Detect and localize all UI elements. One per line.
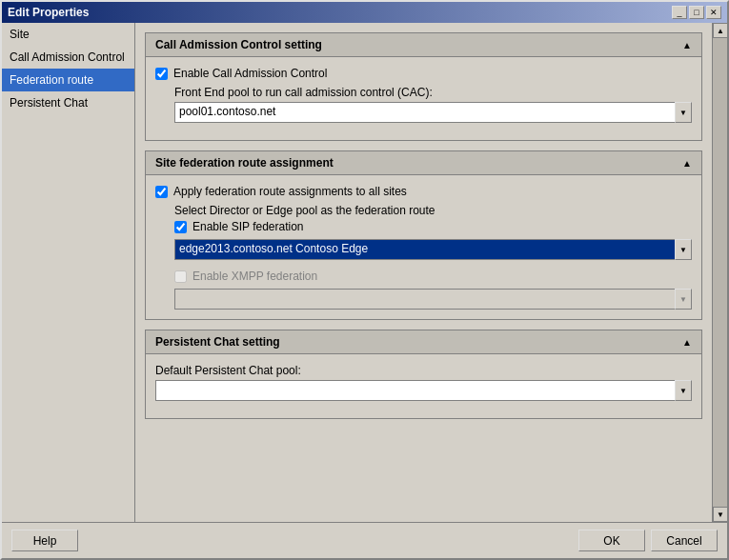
persistent-chat-pool-label: Default Persistent Chat pool: <box>155 364 692 377</box>
federation-header-label: Site federation route assignment <box>155 156 334 170</box>
federation-header: Site federation route assignment ▲ <box>145 150 702 175</box>
title-bar: Edit Properties _ □ ✕ <box>2 2 727 23</box>
scrollbar: ▲ ▼ <box>712 23 727 522</box>
persistent-chat-collapse-icon[interactable]: ▲ <box>682 337 692 348</box>
footer: Help OK Cancel <box>2 522 727 558</box>
persistent-chat-section: Persistent Chat setting ▲ Default Persis… <box>145 330 702 419</box>
content-wrapper: Call Admission Control setting ▲ Enable … <box>135 23 727 522</box>
sip-federation-checkbox[interactable] <box>174 221 187 233</box>
enable-cac-row: Enable Call Admission Control <box>155 67 692 80</box>
persistent-chat-pool-dropdown-container: ▼ <box>155 380 692 401</box>
frontend-pool-row: Front End pool to run call admission con… <box>155 86 692 123</box>
apply-federation-label: Apply federation route assignments to al… <box>173 185 407 198</box>
window-controls: _ □ ✕ <box>672 6 721 19</box>
sidebar-item-site[interactable]: Site <box>2 23 134 46</box>
federation-collapse-icon[interactable]: ▲ <box>682 158 692 169</box>
frontend-pool-label: Front End pool to run call admission con… <box>174 86 692 99</box>
enable-cac-label: Enable Call Admission Control <box>173 67 327 80</box>
sidebar: Site Call Admission Control Federation r… <box>2 23 135 522</box>
sip-federation-dropdown-btn[interactable]: ▼ <box>675 239 692 260</box>
federation-body: Apply federation route assignments to al… <box>145 175 702 320</box>
footer-right: OK Cancel <box>578 530 718 551</box>
ok-button[interactable]: OK <box>578 530 645 551</box>
apply-federation-row: Apply federation route assignments to al… <box>155 185 692 198</box>
main-window: Edit Properties _ □ ✕ Site Call Admissio… <box>0 0 729 560</box>
sidebar-item-persistent-chat[interactable]: Persistent Chat <box>2 91 134 114</box>
persistent-chat-header: Persistent Chat setting ▲ <box>145 330 702 354</box>
sidebar-item-federation-route[interactable]: Federation route <box>2 69 134 91</box>
cac-collapse-icon[interactable]: ▲ <box>682 40 692 50</box>
sidebar-item-call-admission-control[interactable]: Call Admission Control <box>2 46 134 69</box>
cac-section: Call Admission Control setting ▲ Enable … <box>145 32 702 141</box>
cancel-button[interactable]: Cancel <box>651 530 718 551</box>
xmpp-federation-checkbox[interactable] <box>174 270 187 283</box>
scroll-up-button[interactable]: ▲ <box>713 23 727 38</box>
persistent-chat-pool-dropdown-btn[interactable]: ▼ <box>675 380 692 401</box>
persistent-chat-body: Default Persistent Chat pool: ▼ <box>145 354 702 419</box>
persistent-chat-pool-dropdown-value[interactable] <box>155 380 675 401</box>
main-content: Site Call Admission Control Federation r… <box>2 23 727 522</box>
cac-header: Call Admission Control setting ▲ <box>145 32 702 57</box>
help-button[interactable]: Help <box>11 530 78 551</box>
xmpp-federation-dropdown-container: ▼ <box>174 289 692 310</box>
xmpp-federation-dropdown-btn: ▼ <box>675 289 692 310</box>
scrollbar-track[interactable] <box>713 38 727 507</box>
sip-federation-dropdown-container: edge2013.contoso.net Contoso Edge ▼ <box>174 239 692 260</box>
xmpp-federation-row: Enable XMPP federation <box>174 270 692 283</box>
frontend-pool-dropdown-value[interactable]: pool01.contoso.net <box>174 102 675 123</box>
window-title: Edit Properties <box>8 6 89 19</box>
minimize-button[interactable]: _ <box>672 6 687 19</box>
cac-body: Enable Call Admission Control Front End … <box>145 57 702 141</box>
xmpp-federation-label: Enable XMPP federation <box>192 270 317 283</box>
sip-federation-label: Enable SIP federation <box>192 220 304 233</box>
xmpp-federation-dropdown-value <box>174 289 675 310</box>
sip-federation-row: Enable SIP federation <box>174 220 692 233</box>
persistent-chat-header-label: Persistent Chat setting <box>155 335 280 349</box>
federation-section: Site federation route assignment ▲ Apply… <box>145 150 702 320</box>
frontend-pool-dropdown-container: pool01.contoso.net ▼ <box>174 102 692 123</box>
close-button[interactable]: ✕ <box>706 6 721 19</box>
apply-federation-checkbox[interactable] <box>155 186 168 198</box>
scroll-down-button[interactable]: ▼ <box>713 507 727 522</box>
select-director-label: Select Director or Edge pool as the fede… <box>174 204 692 217</box>
sip-federation-dropdown-value[interactable]: edge2013.contoso.net Contoso Edge <box>174 239 675 260</box>
persistent-chat-pool-row: Default Persistent Chat pool: ▼ <box>155 364 692 401</box>
enable-cac-checkbox[interactable] <box>155 68 168 80</box>
cac-header-label: Call Admission Control setting <box>155 38 322 51</box>
frontend-pool-dropdown-btn[interactable]: ▼ <box>675 102 692 123</box>
maximize-button[interactable]: □ <box>689 6 704 19</box>
content-area: Call Admission Control setting ▲ Enable … <box>135 23 712 522</box>
federation-indent: Select Director or Edge pool as the fede… <box>155 204 692 310</box>
